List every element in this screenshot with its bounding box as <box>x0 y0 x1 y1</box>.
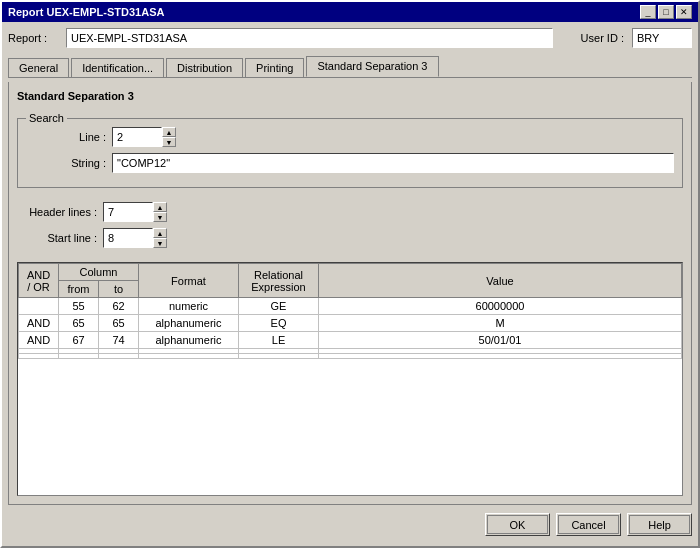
panel: Standard Separation 3 Search Line : ▲ ▼ … <box>8 82 692 505</box>
userid-label: User ID : <box>581 32 624 44</box>
cancel-button[interactable]: Cancel <box>556 513 621 536</box>
main-window: Report UEX-EMPL-STD31ASA _ □ ✕ Report : … <box>0 0 700 548</box>
string-label: String : <box>26 157 106 169</box>
tab-identification[interactable]: Identification... <box>71 58 164 77</box>
line-spin-up[interactable]: ▲ <box>162 127 176 137</box>
cell-format <box>139 354 239 359</box>
cell-to: 74 <box>99 332 139 349</box>
panel-title: Standard Separation 3 <box>17 90 683 102</box>
cell-format: alphanumeric <box>139 332 239 349</box>
cell-to: 65 <box>99 315 139 332</box>
cell-from: 65 <box>59 315 99 332</box>
cell-value: M <box>319 315 682 332</box>
cell-to <box>99 354 139 359</box>
header-lines-input[interactable] <box>103 202 153 222</box>
close-button[interactable]: ✕ <box>676 5 692 19</box>
start-line-spin-up[interactable]: ▲ <box>153 228 167 238</box>
header-lines-spin-buttons: ▲ ▼ <box>153 202 167 222</box>
string-input[interactable] <box>112 153 674 173</box>
tab-printing[interactable]: Printing <box>245 58 304 77</box>
line-spin: ▲ ▼ <box>112 127 176 147</box>
tab-standard-sep-3[interactable]: Standard Separation 3 <box>306 56 438 77</box>
report-row: Report : User ID : <box>8 28 692 48</box>
start-line-input[interactable] <box>103 228 153 248</box>
maximize-button[interactable]: □ <box>658 5 674 19</box>
line-row: Line : ▲ ▼ <box>26 127 674 147</box>
start-line-spin: ▲ ▼ <box>103 228 167 248</box>
minimize-button[interactable]: _ <box>640 5 656 19</box>
cell-value: 50/01/01 <box>319 332 682 349</box>
col-header-and-or: AND/ OR <box>19 264 59 298</box>
col-header-from: from <box>59 281 99 298</box>
cell-relational <box>239 354 319 359</box>
data-table: AND/ OR Column Format RelationalExpressi… <box>18 263 682 359</box>
header-lines-row: Header lines : ▲ ▼ <box>17 202 683 222</box>
line-spin-buttons: ▲ ▼ <box>162 127 176 147</box>
cell-relational: GE <box>239 298 319 315</box>
cell-value <box>319 354 682 359</box>
string-row: String : <box>26 153 674 173</box>
line-input[interactable] <box>112 127 162 147</box>
header-lines-label: Header lines : <box>17 206 97 218</box>
button-row: OK Cancel Help <box>8 509 692 540</box>
col-header-format: Format <box>139 264 239 298</box>
col-header-column-group: Column <box>59 264 139 281</box>
cell-to: 62 <box>99 298 139 315</box>
title-bar-buttons: _ □ ✕ <box>640 5 692 19</box>
cell-and_or: AND <box>19 315 59 332</box>
table-row[interactable]: AND6774alphanumericLE50/01/01 <box>19 332 682 349</box>
cell-from <box>59 354 99 359</box>
line-label: Line : <box>26 131 106 143</box>
start-line-spin-buttons: ▲ ▼ <box>153 228 167 248</box>
help-button[interactable]: Help <box>627 513 692 536</box>
header-lines-spin-down[interactable]: ▼ <box>153 212 167 222</box>
lines-section: Header lines : ▲ ▼ Start line : <box>17 202 683 254</box>
search-group-legend: Search <box>26 112 67 124</box>
col-header-relational: RelationalExpression <box>239 264 319 298</box>
start-line-row: Start line : ▲ ▼ <box>17 228 683 248</box>
search-group: Search Line : ▲ ▼ String : <box>17 118 683 188</box>
cell-relational: LE <box>239 332 319 349</box>
start-line-label: Start line : <box>17 232 97 244</box>
userid-input[interactable] <box>632 28 692 48</box>
tab-distribution[interactable]: Distribution <box>166 58 243 77</box>
table-row[interactable]: AND6565alphanumericEQM <box>19 315 682 332</box>
header-lines-spin: ▲ ▼ <box>103 202 167 222</box>
line-spin-down[interactable]: ▼ <box>162 137 176 147</box>
report-input[interactable] <box>66 28 553 48</box>
cell-value: 60000000 <box>319 298 682 315</box>
start-line-spin-down[interactable]: ▼ <box>153 238 167 248</box>
table-row[interactable]: 5562numericGE60000000 <box>19 298 682 315</box>
cell-format: alphanumeric <box>139 315 239 332</box>
table-row[interactable] <box>19 354 682 359</box>
cell-and_or <box>19 298 59 315</box>
cell-format: numeric <box>139 298 239 315</box>
data-table-container: AND/ OR Column Format RelationalExpressi… <box>17 262 683 496</box>
cell-from: 67 <box>59 332 99 349</box>
cell-relational: EQ <box>239 315 319 332</box>
tabs-container: General Identification... Distribution P… <box>8 56 692 78</box>
cell-and_or: AND <box>19 332 59 349</box>
window-title: Report UEX-EMPL-STD31ASA <box>8 6 164 18</box>
col-header-to: to <box>99 281 139 298</box>
ok-button[interactable]: OK <box>485 513 550 536</box>
cell-and_or <box>19 354 59 359</box>
content-area: Report : User ID : General Identificatio… <box>2 22 698 546</box>
header-lines-spin-up[interactable]: ▲ <box>153 202 167 212</box>
col-header-value: Value <box>319 264 682 298</box>
report-label: Report : <box>8 32 58 44</box>
title-bar: Report UEX-EMPL-STD31ASA _ □ ✕ <box>2 2 698 22</box>
userid-section: User ID : <box>581 28 692 48</box>
tab-general[interactable]: General <box>8 58 69 77</box>
cell-from: 55 <box>59 298 99 315</box>
